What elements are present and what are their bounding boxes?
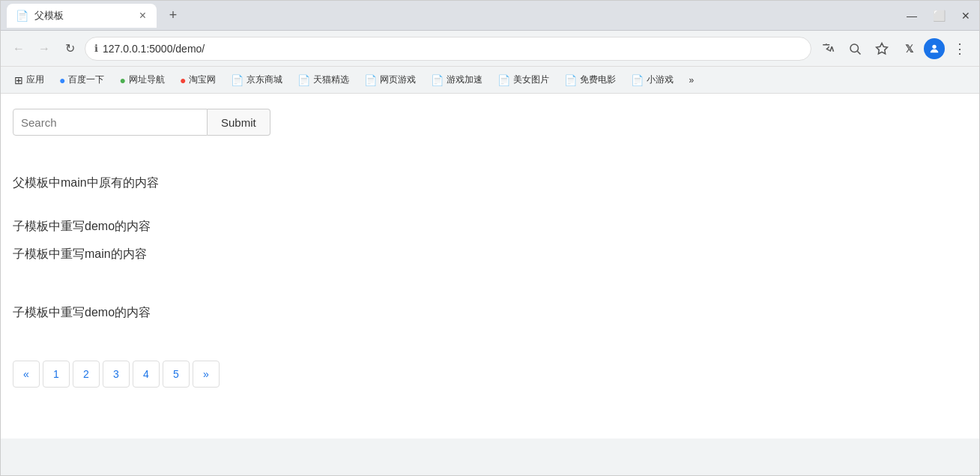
menu-button[interactable]: ⋮	[948, 37, 972, 61]
browser-window: 📄 父模板 × + — ⬜ ✕ ← → ↻ ℹ 127.0.0.1:5000/d…	[0, 0, 980, 476]
pagination-next[interactable]: »	[193, 361, 220, 388]
tab-title: 父模板	[34, 9, 132, 22]
bookmark-baidu[interactable]: ● 百度一下	[53, 70, 110, 89]
nav-icon: ●	[119, 74, 125, 86]
toolbar-icons: 𝕏 ⋮	[816, 37, 972, 61]
bookmark-webgame[interactable]: 📄 网页游戏	[358, 70, 422, 89]
bookmark-star-button[interactable]	[870, 37, 894, 61]
bookmarks-bar: ⊞ 应用 ● 百度一下 ● 网址导航 ● 淘宝网 📄 京东商城 📄 天猫精选 📄…	[1, 67, 979, 94]
active-tab[interactable]: 📄 父模板 ×	[7, 4, 157, 28]
address-input-wrap[interactable]: ℹ 127.0.0.1:5000/demo/	[85, 37, 811, 61]
bookmark-movies[interactable]: 📄 免费电影	[558, 70, 622, 89]
svg-point-3	[932, 44, 936, 48]
bookmark-movies-label: 免费电影	[580, 73, 616, 86]
content-line-2: 子模板中重写demo的内容	[13, 217, 967, 236]
minigame-icon: 📄	[631, 74, 644, 86]
pagination: « 1 2 3 4 5 »	[13, 361, 967, 388]
submit-button[interactable]: Submit	[208, 109, 270, 136]
baidu-icon: ●	[59, 74, 65, 86]
window-controls: — ⬜ ✕	[904, 10, 973, 22]
bookmark-more-label: »	[689, 75, 694, 85]
profile-button[interactable]	[924, 38, 945, 59]
tab-page-icon: 📄	[16, 10, 28, 22]
bookmark-more[interactable]: »	[683, 72, 700, 88]
bookmark-minigame[interactable]: 📄 小游戏	[625, 70, 680, 89]
gameacc-icon: 📄	[431, 74, 444, 86]
bookmark-tianmao[interactable]: 📄 天猫精选	[291, 70, 355, 89]
svg-line-1	[857, 51, 860, 54]
girls-icon: 📄	[497, 74, 510, 86]
bookmark-gameacc[interactable]: 📄 游戏加速	[425, 70, 489, 89]
pagination-page-5[interactable]: 5	[163, 361, 190, 388]
tianmao-icon: 📄	[297, 74, 310, 86]
close-window-button[interactable]: ✕	[958, 10, 973, 22]
address-text: 127.0.0.1:5000/demo/	[103, 43, 802, 55]
svg-marker-2	[877, 43, 888, 53]
search-form: Submit	[13, 109, 967, 136]
bookmark-taobao-label: 淘宝网	[189, 73, 216, 86]
bookmark-apps-label: 应用	[26, 73, 44, 86]
bookmark-jd-label: 京东商城	[246, 73, 282, 86]
bookmark-apps[interactable]: ⊞ 应用	[8, 70, 50, 89]
bookmark-nav[interactable]: ● 网址导航	[113, 70, 170, 89]
pagination-prev[interactable]: «	[13, 361, 40, 388]
back-button[interactable]: ←	[8, 38, 29, 59]
pagination-page-3[interactable]: 3	[103, 361, 130, 388]
webgame-icon: 📄	[364, 74, 377, 86]
content-line-4: 子模板中重写demo的内容	[13, 303, 967, 322]
jd-icon: 📄	[231, 74, 244, 86]
bookmark-girls-label: 美女图片	[513, 73, 549, 86]
search-input[interactable]	[13, 109, 208, 136]
bookmark-webgame-label: 网页游戏	[380, 73, 416, 86]
content-line-3: 子模板中重写main的内容	[13, 244, 967, 264]
pagination-page-4[interactable]: 4	[133, 361, 160, 388]
svg-point-0	[850, 44, 859, 52]
bookmark-jd[interactable]: 📄 京东商城	[225, 70, 288, 89]
bookmark-tianmao-label: 天猫精选	[313, 73, 349, 86]
bookmark-taobao[interactable]: ● 淘宝网	[174, 70, 222, 89]
minimize-button[interactable]: —	[904, 10, 919, 22]
tab-close-button[interactable]: ×	[138, 7, 148, 24]
x-button[interactable]: 𝕏	[897, 37, 921, 61]
movies-icon: 📄	[564, 74, 577, 86]
content-section: 父模板中main中原有的内容	[13, 166, 967, 209]
apps-icon: ⊞	[14, 74, 23, 86]
content-section-3: 子模板中重写demo的内容	[13, 295, 967, 339]
bookmark-girls[interactable]: 📄 美女图片	[491, 70, 555, 89]
new-tab-button[interactable]: +	[163, 5, 184, 26]
content-line-1: 父模板中main中原有的内容	[13, 173, 967, 193]
translate-button[interactable]	[816, 37, 840, 61]
bookmark-nav-label: 网址导航	[129, 73, 165, 86]
bookmark-minigame-label: 小游戏	[647, 73, 674, 86]
title-bar: 📄 父模板 × + — ⬜ ✕	[1, 1, 979, 31]
bookmark-gameacc-label: 游戏加速	[447, 73, 483, 86]
pagination-page-2[interactable]: 2	[73, 361, 100, 388]
page-content: Submit 父模板中main中原有的内容 子模板中重写demo的内容 子模板中…	[1, 94, 979, 439]
tab-area: 📄 父模板 × +	[7, 4, 904, 28]
maximize-button[interactable]: ⬜	[931, 10, 946, 22]
secure-icon: ℹ	[94, 43, 98, 54]
zoom-button[interactable]	[843, 37, 867, 61]
address-bar: ← → ↻ ℹ 127.0.0.1:5000/demo/ �	[1, 31, 979, 67]
taobao-icon: ●	[180, 74, 186, 86]
content-section-2: 子模板中重写demo的内容 子模板中重写main的内容	[13, 209, 967, 280]
forward-button[interactable]: →	[34, 38, 55, 59]
pagination-page-1[interactable]: 1	[43, 361, 70, 388]
bookmark-baidu-label: 百度一下	[68, 73, 104, 86]
reload-button[interactable]: ↻	[59, 38, 80, 59]
